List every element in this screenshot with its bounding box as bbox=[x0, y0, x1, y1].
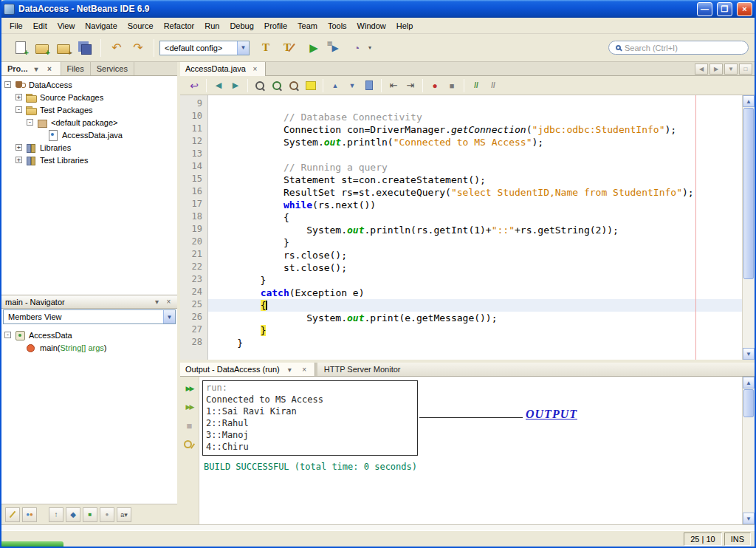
shift-left-icon[interactable] bbox=[385, 78, 402, 94]
close-button[interactable]: × bbox=[737, 2, 752, 16]
show-inherited-icon[interactable] bbox=[49, 507, 63, 522]
output-scrollbar[interactable]: ▲ ▼ bbox=[742, 377, 755, 524]
code-line-25[interactable]: { bbox=[208, 299, 742, 312]
find-icon[interactable] bbox=[252, 78, 268, 94]
line-number-25[interactable]: 25 bbox=[180, 299, 207, 312]
tree-expander-icon[interactable]: + bbox=[16, 144, 22, 151]
config-combobox[interactable]: <default config> ▼ bbox=[159, 41, 250, 55]
tree-expander-icon[interactable]: - bbox=[4, 332, 11, 338]
menu-profile[interactable]: Profile bbox=[259, 19, 292, 32]
tree-expander-icon[interactable]: + bbox=[16, 157, 22, 163]
menu-window[interactable]: Window bbox=[352, 19, 391, 32]
code-line-9[interactable] bbox=[214, 98, 742, 111]
code-line-20[interactable]: } bbox=[214, 236, 742, 249]
menu-help[interactable]: Help bbox=[391, 19, 419, 32]
code-line-18[interactable]: { bbox=[214, 211, 742, 224]
code-area[interactable]: // Database Connectivity Connection con=… bbox=[208, 95, 742, 360]
menu-run[interactable]: Run bbox=[199, 19, 224, 32]
menu-file[interactable]: File bbox=[4, 19, 28, 32]
clean-build-project-icon[interactable] bbox=[278, 38, 297, 58]
tab-pro[interactable]: Pro...▾× bbox=[1, 62, 61, 75]
tab-list-icon[interactable]: ▼ bbox=[724, 64, 738, 75]
run-project-icon[interactable] bbox=[304, 38, 323, 58]
line-number-21[interactable]: 21 bbox=[180, 249, 207, 261]
line-number-17[interactable]: 17 bbox=[180, 199, 207, 211]
line-number-12[interactable]: 12 bbox=[180, 136, 207, 148]
code-line-28[interactable]: } bbox=[214, 337, 742, 349]
tree-item-dataaccess[interactable]: -DataAccess bbox=[1, 78, 177, 91]
code-line-12[interactable]: System.out.println("Connected to MS Acce… bbox=[214, 136, 742, 148]
profile-project-icon[interactable] bbox=[347, 38, 366, 58]
close-window-icon[interactable]: × bbox=[164, 297, 173, 306]
code-line-27[interactable]: } bbox=[214, 324, 742, 337]
new-project-icon[interactable] bbox=[32, 38, 52, 58]
rerun-debug-icon[interactable] bbox=[183, 400, 196, 414]
code-line-17[interactable]: while(rs.next()) bbox=[214, 199, 742, 211]
record-macro-icon[interactable] bbox=[427, 78, 443, 94]
maximize-button[interactable]: ❐ bbox=[717, 2, 732, 16]
tree-item-libraries[interactable]: +Libraries bbox=[1, 141, 177, 154]
line-number-20[interactable]: 20 bbox=[180, 236, 207, 249]
output-console[interactable]: run:Connected to MS Access1::Sai Ravi Ki… bbox=[199, 377, 742, 524]
find-prev-icon[interactable] bbox=[286, 78, 302, 94]
close-window-icon[interactable]: × bbox=[300, 365, 309, 374]
tree-item-test-libraries[interactable]: +Test Libraries bbox=[1, 154, 177, 166]
maximize-window-icon[interactable]: □ bbox=[739, 64, 752, 75]
menu-edit[interactable]: Edit bbox=[28, 19, 52, 32]
code-line-21[interactable]: rs.close(); bbox=[214, 249, 742, 261]
menu-refactor[interactable]: Refactor bbox=[159, 19, 200, 32]
toggle-bookmark-icon[interactable] bbox=[361, 78, 377, 94]
menu-navigate[interactable]: Navigate bbox=[80, 19, 122, 32]
line-number-15[interactable]: 15 bbox=[180, 174, 207, 186]
scroll-down-icon[interactable]: ▼ bbox=[743, 513, 755, 524]
tree-expander-icon[interactable]: - bbox=[4, 81, 11, 88]
code-line-14[interactable]: // Running a query bbox=[214, 161, 742, 174]
close-tab-icon[interactable]: × bbox=[250, 64, 260, 74]
line-number-11[interactable]: 11 bbox=[180, 123, 207, 136]
line-number-26[interactable]: 26 bbox=[180, 312, 207, 324]
tree-expander-icon[interactable]: - bbox=[16, 106, 22, 113]
show-fields-icon[interactable] bbox=[66, 507, 80, 522]
next-bookmark-icon[interactable] bbox=[344, 78, 360, 94]
chevron-down-icon[interactable]: ▾ bbox=[368, 44, 371, 51]
minimize-window-icon[interactable]: ▾ bbox=[32, 64, 41, 74]
tree-item-accessdata-java[interactable]: AccessData.java bbox=[1, 129, 177, 141]
code-line-11[interactable]: Connection con=DriverManager.getConnecti… bbox=[214, 123, 742, 136]
uncomment-icon[interactable] bbox=[485, 78, 501, 94]
minimize-button[interactable]: — bbox=[697, 2, 712, 16]
line-number-18[interactable]: 18 bbox=[180, 211, 207, 224]
code-line-16[interactable]: ResultSet rs=st.executeQuery("select Stu… bbox=[214, 186, 742, 199]
scroll-up-icon[interactable]: ▲ bbox=[743, 377, 755, 388]
tab-accessdata-java[interactable]: AccessData.java × bbox=[180, 62, 266, 76]
line-number-10[interactable]: 10 bbox=[180, 111, 207, 123]
line-number-14[interactable]: 14 bbox=[180, 161, 207, 174]
menu-debug[interactable]: Debug bbox=[224, 19, 258, 32]
scroll-up-icon[interactable]: ▲ bbox=[743, 95, 755, 107]
edit-pencil-icon[interactable] bbox=[5, 507, 20, 522]
scroll-tabs-left-icon[interactable]: ◀ bbox=[695, 64, 708, 75]
menu-tools[interactable]: Tools bbox=[323, 19, 352, 32]
back-icon[interactable] bbox=[210, 78, 227, 94]
members-view-combobox[interactable]: Members View ▼ bbox=[3, 309, 176, 324]
shift-right-icon[interactable] bbox=[402, 78, 419, 94]
menu-view[interactable]: View bbox=[52, 19, 80, 32]
code-line-19[interactable]: System.out.println(rs.getInt(1)+"::"+rs.… bbox=[214, 224, 742, 236]
code-line-22[interactable]: st.close(); bbox=[214, 261, 742, 274]
line-number-28[interactable]: 28 bbox=[180, 337, 207, 349]
close-window-icon[interactable]: × bbox=[45, 64, 55, 74]
line-number-9[interactable]: 9 bbox=[180, 98, 207, 111]
code-line-26[interactable]: System.out.print(e.getMessage()); bbox=[214, 312, 742, 324]
line-number-16[interactable]: 16 bbox=[180, 186, 207, 199]
menu-source[interactable]: Source bbox=[123, 19, 159, 32]
tree-item-accessdata[interactable]: -AccessData bbox=[1, 329, 177, 341]
build-settings-icon[interactable] bbox=[183, 437, 196, 451]
open-project-icon[interactable] bbox=[54, 38, 73, 58]
sort-alpha-icon[interactable] bbox=[117, 507, 131, 522]
redo-icon[interactable] bbox=[128, 38, 148, 58]
highlight-icon[interactable] bbox=[303, 78, 319, 94]
tab-files[interactable]: Files bbox=[61, 62, 91, 75]
last-edit-icon[interactable] bbox=[186, 78, 202, 94]
chevron-down-icon[interactable]: ▼ bbox=[163, 310, 175, 323]
code-line-24[interactable]: catch(Exception e) bbox=[214, 287, 742, 299]
menu-team[interactable]: Team bbox=[292, 19, 323, 32]
